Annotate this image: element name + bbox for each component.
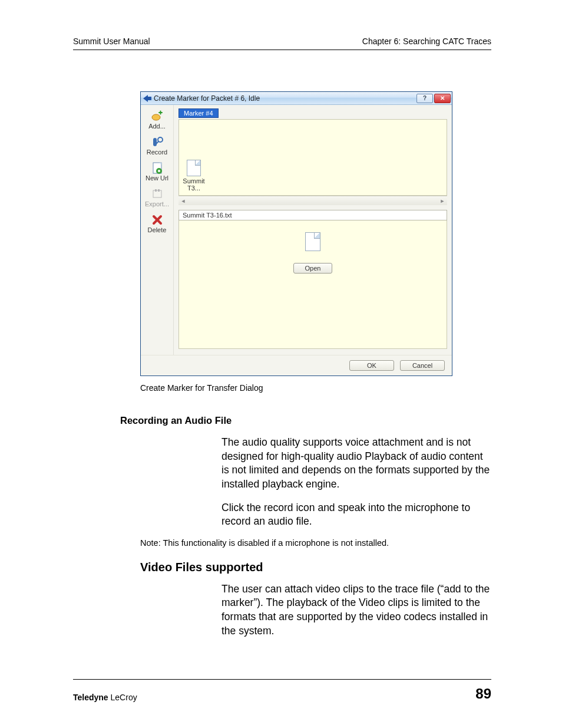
sidebar-label: Record <box>147 149 167 156</box>
file-path-field[interactable]: Summit T3-16.txt <box>178 210 447 220</box>
svg-point-3 <box>158 137 163 142</box>
preview-document-icon <box>305 232 320 251</box>
dialog-button-bar: OK Cancel <box>141 355 452 375</box>
sidebar-label: Add... <box>148 123 166 130</box>
svg-rect-2 <box>153 138 157 146</box>
cancel-button[interactable]: Cancel <box>400 360 445 371</box>
header-right: Chapter 6: Searching CATC Traces <box>362 37 491 46</box>
sidebar-label: Export... <box>145 200 169 207</box>
add-icon <box>150 110 164 123</box>
svg-point-1 <box>152 114 160 120</box>
svg-rect-11 <box>158 189 160 192</box>
help-button[interactable]: ? <box>416 94 433 103</box>
attached-file-label: Summit T3... <box>183 177 205 192</box>
sidebar-new-url[interactable]: New Url <box>142 162 172 182</box>
delete-icon <box>150 213 164 226</box>
sidebar-delete[interactable]: Delete <box>142 213 172 233</box>
open-button[interactable]: Open <box>293 263 332 274</box>
ok-button[interactable]: OK <box>349 360 394 371</box>
svg-point-8 <box>158 170 160 172</box>
attachments-area[interactable]: Summit T3... <box>178 119 447 196</box>
document-icon <box>187 160 201 176</box>
record-icon <box>150 136 164 149</box>
sidebar-label: New Url <box>146 174 168 182</box>
dialog-titlebar: Create Marker for Packet # 6, Idle ? ✕ <box>141 92 452 105</box>
horizontal-scrollbar[interactable]: ◄ ► <box>178 196 447 205</box>
body-paragraph: The audio quality supports voice attachm… <box>222 436 491 492</box>
section-heading-audio: Recording an Audio File <box>120 415 491 426</box>
new-url-icon <box>150 162 164 174</box>
header-left: Summit User Manual <box>73 37 150 46</box>
svg-marker-0 <box>143 95 151 102</box>
export-icon <box>150 187 164 200</box>
figure-caption: Create Marker for Transfer Dialog <box>140 383 452 393</box>
preview-area: Open <box>178 220 447 349</box>
sidebar-label: Delete <box>148 226 167 233</box>
svg-rect-9 <box>153 190 161 197</box>
dialog-title: Create Marker for Packet # 6, Idle <box>154 94 414 103</box>
note-text: Note: This functionality is disabled if … <box>140 538 491 548</box>
body-paragraph: Click the record icon and speak into the… <box>222 501 491 529</box>
svg-rect-10 <box>155 189 157 192</box>
create-marker-dialog: Create Marker for Packet # 6, Idle ? ✕ <box>140 91 452 376</box>
section-heading-video: Video Files supported <box>140 561 491 574</box>
sidebar-record[interactable]: Record <box>142 136 172 156</box>
marker-name-label: Marker #4 <box>178 108 219 118</box>
close-button[interactable]: ✕ <box>434 94 451 103</box>
app-logo-icon <box>143 95 151 102</box>
body-paragraph: The user can attach video clips to the t… <box>222 582 491 638</box>
scroll-left-icon[interactable]: ◄ <box>180 198 187 204</box>
sidebar-add[interactable]: Add... <box>142 110 172 130</box>
attached-file-item[interactable]: Summit T3... <box>183 160 205 192</box>
dialog-sidebar: Add... Record <box>141 105 174 355</box>
footer-brand: Teledyne LeCroy <box>73 693 137 702</box>
scroll-right-icon[interactable]: ► <box>439 198 446 204</box>
sidebar-export[interactable]: Export... <box>142 187 172 207</box>
page-number: 89 <box>475 686 491 702</box>
